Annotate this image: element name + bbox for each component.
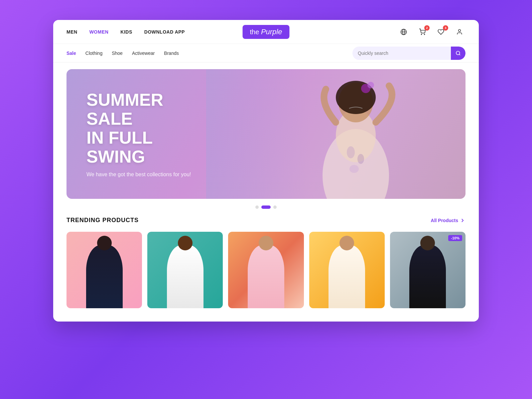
cat-sale[interactable]: Sale xyxy=(66,51,76,56)
heart-badge: 3 xyxy=(443,25,448,31)
nav-men[interactable]: MEN xyxy=(66,29,77,35)
chevron-right-icon xyxy=(460,217,466,223)
product-grid: -10% xyxy=(66,232,466,308)
product-figure-3 xyxy=(236,239,296,308)
hero-title: SUMMER SALE IN FULL SWING xyxy=(86,90,206,167)
product-card-2[interactable] xyxy=(147,232,223,308)
cat-shoe[interactable]: Shoe xyxy=(112,51,123,56)
logo-box[interactable]: the Purple xyxy=(243,25,290,39)
figure-body-2 xyxy=(167,245,203,308)
svg-line-7 xyxy=(459,54,460,55)
figure-body-4 xyxy=(329,245,365,308)
product-card-3[interactable] xyxy=(228,232,304,308)
cat-clothing[interactable]: Clothing xyxy=(85,51,102,56)
logo-text: the Purple xyxy=(250,28,282,36)
trending-section: TRENDING PRODUCTS All Products xyxy=(53,217,479,322)
product-figure-1 xyxy=(74,239,135,308)
product-image-1 xyxy=(66,232,142,308)
hero-dots xyxy=(66,199,466,217)
discount-badge-5: -10% xyxy=(448,235,462,241)
figure-head-1 xyxy=(97,236,112,250)
figure-head-4 xyxy=(339,236,354,250)
search-wrap xyxy=(352,47,466,60)
all-products-label: All Products xyxy=(431,218,458,223)
main-container: MEN WOMEN KIDS DOWNLOAD APP the Purple 2 xyxy=(53,20,479,322)
cat-brands[interactable]: Brands xyxy=(164,51,179,56)
figure-body-5 xyxy=(409,245,446,308)
logo-wrap: the Purple xyxy=(243,25,290,39)
trending-header: TRENDING PRODUCTS All Products xyxy=(66,217,466,224)
user-icon-button[interactable] xyxy=(454,26,466,38)
product-card-1[interactable] xyxy=(66,232,142,308)
hero-dot-3[interactable] xyxy=(273,205,277,209)
svg-point-4 xyxy=(424,34,425,35)
hero-dot-1[interactable] xyxy=(255,205,259,209)
svg-point-23 xyxy=(347,146,355,158)
product-image-2 xyxy=(147,232,223,308)
product-card-4[interactable] xyxy=(309,232,385,308)
hero-banner: SUMMER SALE IN FULL SWING We have the go… xyxy=(66,69,466,199)
figure-body-1 xyxy=(86,245,123,308)
product-image-5: -10% xyxy=(390,232,466,308)
trending-title: TRENDING PRODUCTS xyxy=(66,217,139,224)
second-nav: Sale Clothing Shoe Activewear Brands xyxy=(53,44,479,63)
search-icon xyxy=(456,51,461,56)
nav-kids[interactable]: KIDS xyxy=(120,29,132,35)
product-figure-5 xyxy=(398,239,458,308)
figure-body-3 xyxy=(248,245,284,308)
cart-badge: 2 xyxy=(424,25,430,31)
top-nav: MEN WOMEN KIDS DOWNLOAD APP the Purple 2 xyxy=(53,20,479,44)
cat-activewear[interactable]: Activewear xyxy=(132,51,155,56)
nav-women[interactable]: WOMEN xyxy=(89,29,109,35)
globe-icon-button[interactable] xyxy=(398,26,410,38)
wishlist-icon-button[interactable]: 3 xyxy=(435,26,447,38)
cart-icon-button[interactable]: 2 xyxy=(416,26,428,38)
figure-head-2 xyxy=(178,236,193,250)
svg-point-25 xyxy=(349,165,359,173)
search-input[interactable] xyxy=(352,51,451,56)
search-button[interactable] xyxy=(451,47,466,60)
logo-cursive: Purple xyxy=(261,28,282,36)
figure-head-3 xyxy=(259,236,273,250)
user-icon xyxy=(456,29,463,35)
top-nav-icons: 2 3 xyxy=(398,26,466,38)
figure-head-5 xyxy=(420,236,435,250)
hero-figure xyxy=(273,69,439,199)
hero-content: SUMMER SALE IN FULL SWING We have the go… xyxy=(66,90,226,178)
hero-title-line1: SUMMER SALE xyxy=(86,90,206,128)
nav-download-app[interactable]: DOWNLOAD APP xyxy=(144,29,185,35)
product-image-3 xyxy=(228,232,304,308)
svg-point-3 xyxy=(421,34,422,35)
hero-dot-2[interactable] xyxy=(261,205,271,209)
svg-point-22 xyxy=(367,82,374,88)
hero-woman-svg xyxy=(286,69,426,199)
product-figure-2 xyxy=(155,239,215,308)
hero-section: SUMMER SALE IN FULL SWING We have the go… xyxy=(53,63,479,217)
hero-subtitle: We have the got the best collections for… xyxy=(86,172,206,178)
svg-point-24 xyxy=(357,154,364,164)
all-products-link[interactable]: All Products xyxy=(431,217,466,223)
globe-icon xyxy=(400,29,407,35)
product-image-4 xyxy=(309,232,385,308)
product-figure-4 xyxy=(317,239,377,308)
svg-point-5 xyxy=(459,29,461,32)
nav-links: MEN WOMEN KIDS DOWNLOAD APP xyxy=(66,29,185,35)
hero-title-line2: IN FULL SWING xyxy=(86,128,206,166)
category-links: Sale Clothing Shoe Activewear Brands xyxy=(66,51,179,56)
svg-point-6 xyxy=(456,51,460,55)
product-card-5[interactable]: -10% xyxy=(390,232,466,308)
